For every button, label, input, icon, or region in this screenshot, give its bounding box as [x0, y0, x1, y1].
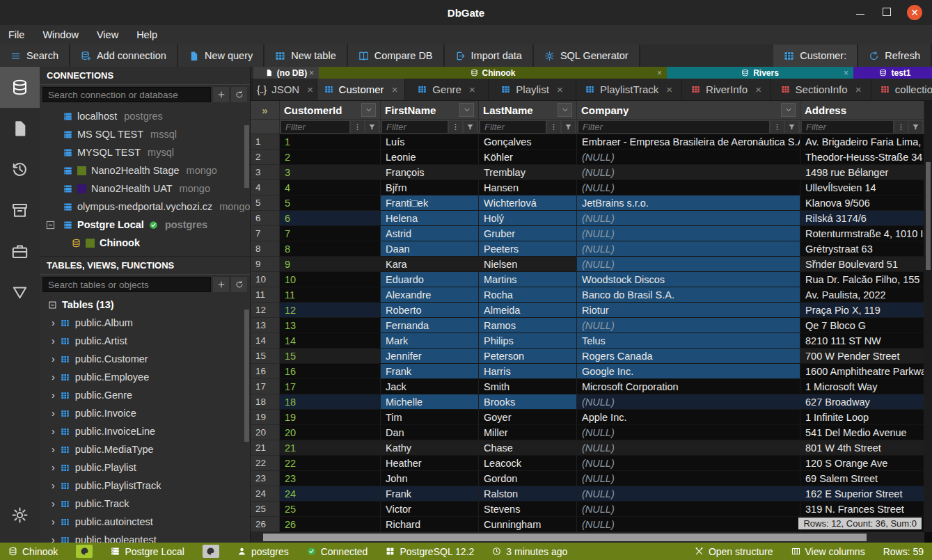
cell-address[interactable]: 162 E Superior Street [800, 486, 924, 502]
cell-company[interactable]: Telus [577, 333, 800, 349]
cell-customerid[interactable]: 6 [280, 211, 381, 226]
minimize-button[interactable] [854, 7, 867, 18]
cell-customerid[interactable]: 18 [280, 394, 381, 410]
connection-item-postgre-local[interactable]: Postgre Localpostgres [40, 216, 250, 234]
chevron-right-icon[interactable]: › [52, 462, 55, 473]
row-number[interactable]: 12 [251, 303, 280, 318]
chevron-right-icon[interactable]: › [52, 371, 55, 383]
cell-address[interactable]: Sřnder Boulevard 51 [800, 257, 924, 272]
row-number[interactable]: 21 [251, 440, 280, 456]
cell-address[interactable]: Grétrystraat 63 [800, 241, 924, 257]
tab-sectioninfo[interactable]: SectionInfo× [771, 79, 871, 100]
cell-customerid[interactable]: 26 [280, 517, 381, 532]
cell-lastname[interactable]: Holý [479, 211, 577, 226]
tab-group-rivers[interactable]: Rivers× [667, 67, 853, 79]
cell-firstname[interactable]: Dan [381, 425, 479, 440]
toolbar-search-button[interactable]: Search [0, 45, 70, 67]
maximize-button[interactable] [880, 7, 893, 18]
row-number[interactable]: 9 [251, 257, 280, 272]
close-tab-icon[interactable]: × [666, 83, 672, 95]
toolbar-add-connection-button[interactable]: Add connection [70, 45, 178, 67]
close-tab-icon[interactable]: × [392, 83, 398, 95]
cell-address[interactable]: 700 W Pender Street [800, 349, 924, 364]
expand-columns-button[interactable]: » [251, 101, 280, 120]
tab-collection[interactable]: collection× [871, 79, 932, 100]
cell-firstname[interactable]: Mark [381, 333, 479, 349]
cell-company[interactable]: (NULL) [577, 211, 800, 226]
rail-history-button[interactable] [0, 149, 40, 190]
filter-input-lastname[interactable] [480, 121, 546, 133]
chevron-right-icon[interactable]: › [52, 480, 55, 491]
connection-item-olympus-medportal-vychozi-cz[interactable]: olympus-medportal.vychozi.czmongo [40, 198, 250, 216]
cell-address[interactable]: Theodor-Heuss-Straße 34 [800, 150, 924, 165]
table-item-public-playlist[interactable]: ›public.Playlist [40, 458, 250, 477]
cell-firstname[interactable]: Kathy [381, 440, 479, 456]
cell-firstname[interactable]: John [381, 471, 479, 486]
cell-customerid[interactable]: 14 [280, 333, 381, 349]
cell-customerid[interactable]: 20 [280, 425, 381, 440]
tab-group-test1[interactable]: test1 [853, 67, 932, 79]
cell-company[interactable]: (NULL) [577, 456, 800, 471]
connections-search-input[interactable] [42, 87, 211, 102]
table-item-public-invoiceline[interactable]: ›public.InvoiceLine [40, 422, 250, 440]
cell-customerid[interactable]: 10 [280, 272, 381, 287]
vscroll-thumb[interactable] [926, 162, 931, 270]
close-group-icon[interactable]: × [844, 68, 848, 78]
cell-lastname[interactable]: Nielsen [479, 257, 577, 272]
tab-customer[interactable]: Customer× [317, 79, 405, 100]
table-item-public-booleantest[interactable]: ›public.booleantest [40, 531, 250, 543]
column-header-customerid[interactable]: CustomerId [280, 101, 381, 120]
row-number[interactable]: 17 [251, 379, 280, 394]
tab-group--no-db-[interactable]: (no DB)× [253, 67, 319, 79]
cell-address[interactable]: 1 Infinite Loop [800, 410, 924, 425]
cell-customerid[interactable]: 13 [280, 318, 381, 333]
cell-company[interactable]: Banco do Brasil S.A. [577, 287, 800, 303]
cell-lastname[interactable]: Almeida [479, 303, 577, 318]
filter-input-customerid[interactable] [281, 121, 349, 133]
menu-help[interactable]: Help [136, 29, 157, 40]
filter-funnel-button[interactable] [562, 121, 575, 133]
cell-firstname[interactable]: Michelle [381, 394, 479, 410]
cell-customerid[interactable]: 2 [280, 150, 381, 165]
cell-address[interactable]: 541 Del Medio Avenue [800, 425, 924, 440]
cell-address[interactable]: 319 N. Frances Street [800, 502, 924, 517]
chevron-right-icon[interactable]: › [52, 498, 55, 509]
row-number[interactable]: 7 [251, 226, 280, 241]
cell-address[interactable]: 1498 rue Bélanger [800, 165, 924, 180]
cell-lastname[interactable]: Miller [479, 425, 577, 440]
table-item-public-playlisttrack[interactable]: ›public.PlaylistTrack [40, 477, 250, 495]
cell-customerid[interactable]: 23 [280, 471, 381, 486]
cell-address[interactable]: Rilská 3174/6 [800, 211, 924, 226]
cell-address[interactable]: 1600 Amphitheatre Parkway [800, 364, 924, 379]
filter-funnel-button[interactable] [909, 121, 922, 133]
cell-company[interactable]: (NULL) [577, 517, 800, 532]
cell-firstname[interactable]: Astrid [381, 226, 479, 241]
status-open-structure[interactable]: Open structure [695, 546, 773, 557]
cell-lastname[interactable]: Gruber [479, 226, 577, 241]
cell-lastname[interactable]: Hansen [479, 180, 577, 195]
cell-address[interactable]: Qe 7 Bloco G [800, 318, 924, 333]
close-tab-icon[interactable]: × [307, 83, 313, 95]
cell-lastname[interactable]: Chase [479, 440, 577, 456]
cell-lastname[interactable]: Gordon [479, 471, 577, 486]
filter-input-firstname[interactable] [382, 121, 448, 133]
column-dropdown-button[interactable] [361, 103, 376, 117]
cell-company[interactable]: (NULL) [577, 165, 800, 180]
row-number[interactable]: 15 [251, 349, 280, 364]
add-connection-small-button[interactable] [213, 87, 229, 102]
row-number[interactable]: 11 [251, 287, 280, 303]
filter-funnel-button[interactable] [464, 121, 477, 133]
tab-json[interactable]: {..}JSON× [253, 79, 317, 100]
cell-lastname[interactable]: Köhler [479, 150, 577, 165]
cell-company[interactable]: Embraer - Empresa Brasileira de Aeronáut… [577, 134, 800, 150]
cell-lastname[interactable]: Leacock [479, 456, 577, 471]
row-number[interactable]: 26 [251, 517, 280, 532]
cell-firstname[interactable]: Bjřrn [381, 180, 479, 195]
row-number[interactable]: 10 [251, 272, 280, 287]
row-number[interactable]: 5 [251, 195, 280, 211]
toolbar-import-data-button[interactable]: Import data [445, 45, 534, 67]
row-number[interactable]: 19 [251, 410, 280, 425]
cell-lastname[interactable]: Stevens [479, 502, 577, 517]
cell-company[interactable]: Microsoft Corporation [577, 379, 800, 394]
cell-firstname[interactable]: Franti□ek [381, 195, 479, 211]
